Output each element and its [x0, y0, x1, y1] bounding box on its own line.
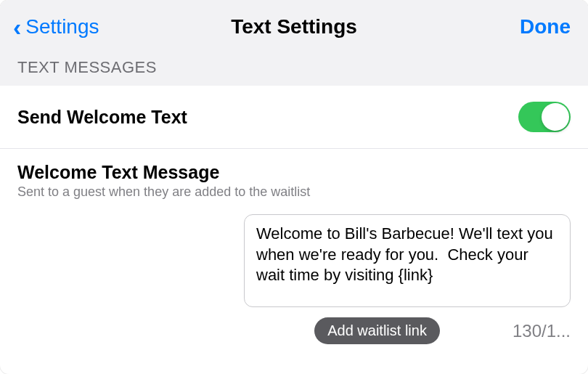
page-title: Text Settings	[231, 15, 357, 38]
welcome-text-section: Welcome Text Message Sent to a guest whe…	[0, 149, 588, 206]
welcome-text-title: Welcome Text Message	[17, 162, 571, 183]
navigation-bar: ‹ Settings Text Settings Done	[0, 0, 588, 52]
bottom-bar: Add waitlist link 130/1...	[0, 307, 588, 344]
done-button[interactable]: Done	[520, 15, 571, 38]
toggle-knob	[542, 103, 569, 131]
textarea-container	[0, 206, 588, 307]
character-count: 130/1...	[513, 321, 571, 341]
welcome-text-subtitle: Sent to a guest when they are added to t…	[17, 184, 571, 200]
send-welcome-text-row: Send Welcome Text	[0, 86, 588, 149]
back-button[interactable]: ‹ Settings	[13, 15, 99, 39]
send-welcome-toggle[interactable]	[518, 102, 571, 132]
chevron-left-icon: ‹	[13, 15, 21, 39]
send-welcome-label: Send Welcome Text	[17, 107, 187, 128]
back-label: Settings	[25, 15, 99, 38]
welcome-message-input[interactable]	[244, 214, 571, 307]
section-header-text-messages: TEXT MESSAGES	[0, 52, 588, 86]
add-waitlist-link-button[interactable]: Add waitlist link	[314, 317, 440, 344]
